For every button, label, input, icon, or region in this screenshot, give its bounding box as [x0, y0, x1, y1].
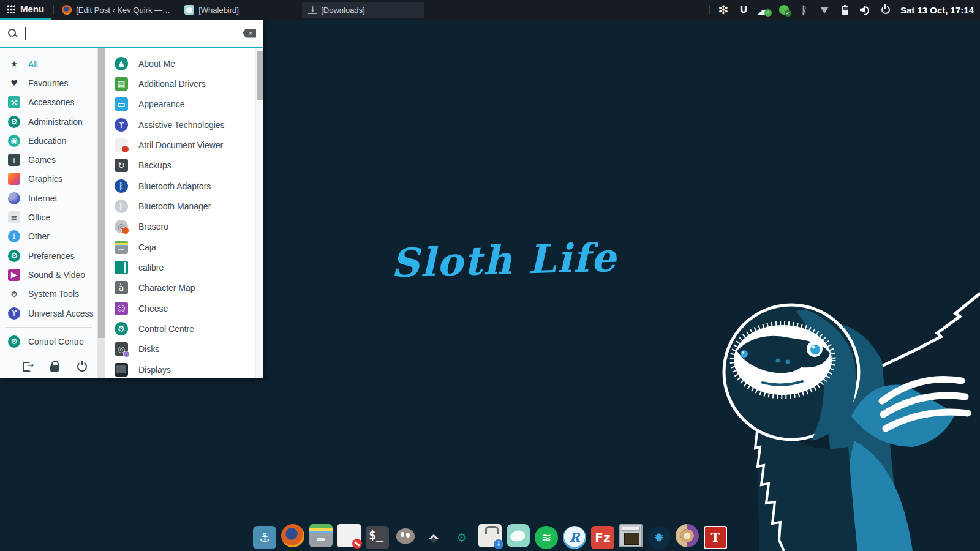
task-button-whalebird[interactable]: [Whalebird] — [178, 0, 301, 20]
games-icon: + — [8, 154, 20, 166]
appearance-icon: ▭ — [115, 97, 128, 111]
app-item-disks[interactable]: ◎ Disks — [105, 339, 256, 359]
ulauncher-icon[interactable]: U — [738, 4, 749, 15]
battery-icon[interactable] — [839, 4, 850, 15]
shutter-icon[interactable]: ✻ — [718, 4, 729, 15]
category-item-administration[interactable]: ⚙ Administration — [0, 112, 97, 131]
panel-right: ✻ U ☁ ᛒ Sat 13 Oct, 17:14 — [707, 0, 980, 20]
sound-video-icon: ▶ — [8, 269, 20, 281]
bluetooth-grey-icon: ᛒ — [115, 200, 128, 213]
dock-item-tor[interactable] — [676, 524, 699, 549]
category-item-universal-access[interactable]: ϒ Universal Access — [0, 304, 97, 323]
session-button-logout[interactable] — [18, 360, 33, 373]
dock-item-remote[interactable] — [619, 524, 643, 549]
search-input[interactable] — [29, 28, 243, 39]
whalebird-icon — [184, 5, 194, 15]
dock-item-filezilla[interactable]: Fz — [591, 526, 614, 549]
dock-item-spotify[interactable]: ≋ — [535, 526, 558, 549]
clear-search-icon[interactable]: × — [243, 29, 256, 38]
category-item-favourites[interactable]: ♥ Favourites — [0, 73, 97, 92]
app-item-about-me[interactable]: ♟ About Me — [105, 53, 256, 73]
category-item-office[interactable]: ≡ Office — [0, 208, 97, 227]
app-item-cheese[interactable]: ☺ Cheese — [105, 298, 256, 318]
app-item-bluetooth-adaptors[interactable]: ᛒ Bluetooth Adaptors — [105, 176, 256, 196]
heart-icon: ♥ — [8, 77, 20, 89]
category-item-sound-video[interactable]: ▶ Sound & Video — [0, 265, 97, 284]
system-tray: ✻ U ☁ ᛒ — [712, 4, 897, 15]
bluetooth-icon[interactable]: ᛒ — [799, 4, 810, 15]
menu-button[interactable]: Menu — [0, 0, 51, 20]
wifi-icon[interactable] — [819, 4, 830, 15]
education-icon: ◉ — [8, 135, 20, 147]
category-item-control-centre[interactable]: ⚙ Control Centre — [0, 332, 97, 351]
app-item-additional-drivers[interactable]: ▦ Additional Drivers — [105, 73, 256, 94]
apps-scrollbar-thumb[interactable] — [257, 51, 263, 100]
dock-item-tweak[interactable]: ⚙ — [450, 526, 473, 549]
app-item-brasero[interactable]: ◎ Brasero — [105, 217, 256, 237]
dock-item-red-t[interactable]: T — [704, 526, 727, 549]
power-icon[interactable] — [880, 4, 891, 15]
category-item-games[interactable]: + Games — [0, 150, 97, 169]
tor-icon — [676, 524, 699, 547]
app-item-caja[interactable]: Caja — [105, 237, 256, 257]
universal-access-icon: ϒ — [8, 307, 20, 320]
red-t-icon: T — [704, 526, 727, 549]
spotify-icon: ≋ — [535, 526, 558, 549]
displays-icon — [115, 363, 128, 377]
session-button-power[interactable] — [72, 360, 87, 373]
dock-item-whalebird-dock[interactable] — [507, 524, 530, 549]
administration-icon: ⚙ — [8, 116, 20, 128]
category-item-system-tools[interactable]: ⚙ System Tools — [0, 285, 97, 304]
caja-dock-icon — [309, 524, 333, 547]
mascot-icon[interactable] — [778, 4, 790, 15]
task-button-firefox[interactable]: [Edit Post ‹ Kev Quirk — W… — [56, 0, 178, 20]
app-list: ♟ About Me ▦ Additional Drivers ▭ Appear… — [105, 48, 256, 378]
dock-item-atril-dock[interactable] — [337, 524, 361, 549]
dock-item-rambox[interactable]: R — [563, 526, 586, 549]
dock-item-caja-dock[interactable] — [309, 524, 333, 549]
app-item-appearance[interactable]: ▭ Appearance — [105, 94, 256, 114]
window-list: [Edit Post ‹ Kev Quirk — W… [Whalebird] … — [56, 0, 426, 20]
clock[interactable]: Sat 13 Oct, 17:14 — [897, 5, 980, 15]
category-item-all[interactable]: ★ All — [0, 54, 97, 73]
dock-item-terminal[interactable]: $_ — [366, 526, 389, 549]
inkscape-icon: ◆ — [422, 526, 445, 549]
backups-icon: ↻ — [115, 159, 128, 172]
app-item-displays[interactable]: Displays — [105, 359, 256, 378]
app-item-bluetooth-manager[interactable]: ᛒ Bluetooth Manager — [105, 196, 256, 216]
dock-item-firefox[interactable] — [281, 524, 304, 549]
firefox-icon — [62, 5, 72, 15]
app-grid-icon — [6, 4, 15, 13]
category-item-internet[interactable]: Internet — [0, 189, 97, 208]
category-item-other[interactable]: ↓ Other — [0, 227, 97, 246]
apps-scrollbar[interactable] — [255, 48, 263, 378]
text-caret — [25, 27, 26, 40]
logout-icon — [22, 361, 33, 372]
app-item-character-map[interactable]: à Character Map — [105, 278, 256, 298]
dock-item-anchor[interactable]: ⚓ — [253, 526, 276, 549]
category-item-graphics[interactable]: Graphics — [0, 170, 97, 189]
task-button-download[interactable]: ↓ [Downloads] — [302, 2, 424, 18]
app-item-control-centre[interactable]: ⚙ Control Centre — [105, 318, 256, 339]
volume-icon[interactable] — [859, 4, 870, 15]
cheese-icon: ☺ — [115, 302, 128, 315]
category-divider — [5, 327, 92, 328]
cloud-sync-icon[interactable]: ☁ — [758, 4, 769, 15]
app-item-atril-document-viewer[interactable]: Atril Document Viewer — [105, 135, 256, 155]
dock-item-inkscape[interactable]: ◆ — [422, 526, 445, 549]
categories-scrollbar[interactable] — [97, 48, 106, 378]
session-button-lock[interactable] — [45, 360, 60, 373]
category-item-preferences[interactable]: ⚙ Preferences — [0, 246, 97, 265]
app-item-assistive-technologies[interactable]: ϒ Assistive Technologies — [105, 114, 256, 135]
categories-scrollbar-thumb[interactable] — [98, 48, 105, 338]
remote-icon — [619, 524, 643, 547]
category-item-education[interactable]: ◉ Education — [0, 131, 97, 150]
app-item-calibre[interactable]: calibre — [105, 257, 256, 277]
dock-item-shutter-dock[interactable]: ✹ — [647, 526, 671, 549]
dock-item-boutique[interactable] — [478, 524, 502, 549]
dock-item-gimp[interactable] — [394, 524, 417, 549]
filezilla-icon: Fz — [591, 526, 614, 549]
category-item-accessories[interactable]: ⚒ Accessories — [0, 93, 97, 112]
app-item-backups[interactable]: ↻ Backups — [105, 156, 256, 176]
panel-separator — [53, 5, 54, 15]
